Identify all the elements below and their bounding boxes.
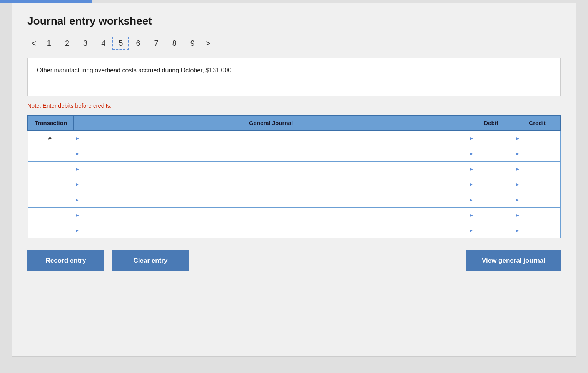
buttons-row: Record entry Clear entry View general jo… [27, 250, 561, 271]
general-journal-input-7[interactable] [77, 225, 465, 236]
general-journal-cell-1[interactable] [74, 130, 468, 146]
nav-number-8[interactable]: 8 [165, 37, 184, 50]
page-title: Journal entry worksheet [27, 15, 561, 27]
nav-next-arrow[interactable]: > [202, 37, 214, 50]
nav-number-1[interactable]: 1 [40, 37, 58, 50]
nav-number-2[interactable]: 2 [58, 37, 76, 50]
top-bar [0, 0, 92, 3]
transaction-cell-4 [28, 177, 74, 192]
transaction-cell-6 [28, 207, 74, 223]
nav-number-9[interactable]: 9 [184, 37, 202, 50]
description-box: Other manufacturing overhead costs accru… [27, 58, 561, 96]
record-entry-button[interactable]: Record entry [27, 250, 104, 271]
debit-input-2[interactable] [471, 148, 511, 160]
debit-cell-3[interactable] [468, 161, 514, 177]
credit-input-7[interactable] [518, 225, 557, 236]
clear-entry-button[interactable]: Clear entry [112, 250, 189, 271]
general-journal-input-4[interactable] [77, 178, 465, 190]
debit-cell-7[interactable] [468, 223, 514, 238]
table-row [28, 207, 560, 223]
table-row [28, 223, 560, 238]
general-journal-cell-7[interactable] [74, 223, 468, 238]
transaction-cell-5 [28, 192, 74, 207]
credit-cell-6[interactable] [514, 207, 560, 223]
debit-input-3[interactable] [471, 163, 511, 175]
nav-number-6[interactable]: 6 [129, 37, 147, 50]
credit-input-4[interactable] [518, 178, 557, 190]
general-journal-input-6[interactable] [77, 209, 465, 221]
view-general-journal-button[interactable]: View general journal [466, 250, 561, 271]
nav-number-4[interactable]: 4 [94, 37, 112, 50]
general-journal-cell-5[interactable] [74, 192, 468, 207]
header-debit: Debit [468, 115, 514, 130]
debit-input-1[interactable] [471, 132, 511, 144]
debit-cell-6[interactable] [468, 207, 514, 223]
debit-input-4[interactable] [471, 178, 511, 190]
table-row [28, 161, 560, 177]
transaction-cell-3 [28, 161, 74, 177]
credit-input-5[interactable] [518, 194, 557, 206]
description-text: Other manufacturing overhead costs accru… [37, 67, 233, 73]
credit-cell-2[interactable] [514, 146, 560, 161]
main-container: Journal entry worksheet < 1 2 3 4 5 6 7 … [12, 3, 576, 357]
nav-number-3[interactable]: 3 [76, 37, 94, 50]
credit-cell-1[interactable] [514, 130, 560, 146]
journal-table: Transaction General Journal Debit Credit… [27, 115, 561, 238]
transaction-cell-7 [28, 223, 74, 238]
table-row [28, 177, 560, 192]
table-row [28, 192, 560, 207]
credit-cell-4[interactable] [514, 177, 560, 192]
general-journal-cell-2[interactable] [74, 146, 468, 161]
nav-number-5[interactable]: 5 [112, 37, 129, 50]
credit-input-2[interactable] [518, 148, 557, 160]
header-credit: Credit [514, 115, 560, 130]
debit-input-6[interactable] [471, 209, 511, 221]
general-journal-cell-3[interactable] [74, 161, 468, 177]
debit-cell-2[interactable] [468, 146, 514, 161]
general-journal-input-1[interactable] [77, 132, 465, 144]
transaction-cell-2 [28, 146, 74, 161]
transaction-cell-1: e. [28, 130, 74, 146]
general-journal-cell-6[interactable] [74, 207, 468, 223]
general-journal-cell-4[interactable] [74, 177, 468, 192]
debit-cell-4[interactable] [468, 177, 514, 192]
header-general-journal: General Journal [74, 115, 468, 130]
debit-input-5[interactable] [471, 194, 511, 206]
credit-cell-3[interactable] [514, 161, 560, 177]
general-journal-input-2[interactable] [77, 148, 465, 160]
credit-input-1[interactable] [518, 132, 557, 144]
nav-prev-arrow[interactable]: < [27, 37, 40, 50]
table-row [28, 146, 560, 161]
credit-input-3[interactable] [518, 163, 557, 175]
debit-cell-1[interactable] [468, 130, 514, 146]
nav-number-7[interactable]: 7 [147, 37, 165, 50]
note-text: Note: Enter debits before credits. [27, 102, 561, 109]
credit-cell-5[interactable] [514, 192, 560, 207]
debit-cell-5[interactable] [468, 192, 514, 207]
table-row: e. [28, 130, 560, 146]
general-journal-input-3[interactable] [77, 163, 465, 175]
general-journal-input-5[interactable] [77, 194, 465, 206]
navigation-row: < 1 2 3 4 5 6 7 8 9 > [27, 37, 561, 50]
debit-input-7[interactable] [471, 225, 511, 236]
credit-cell-7[interactable] [514, 223, 560, 238]
header-transaction: Transaction [28, 115, 74, 130]
credit-input-6[interactable] [518, 209, 557, 221]
